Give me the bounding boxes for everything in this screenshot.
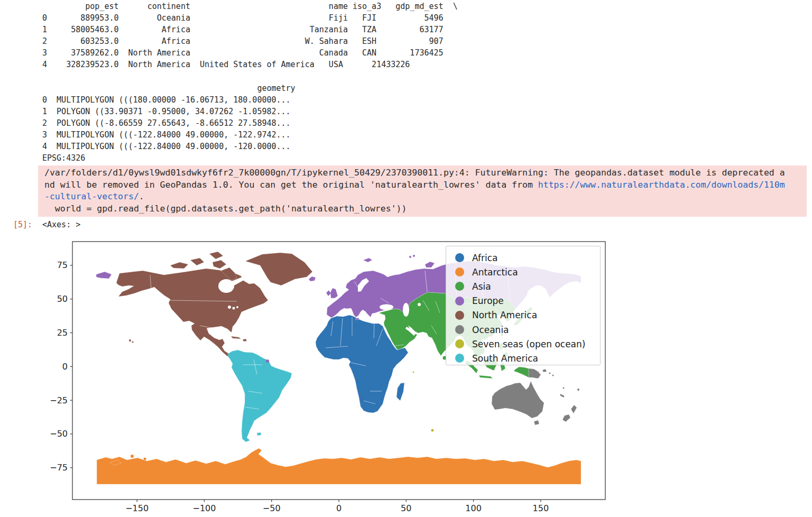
matplotlib-figure: −150−100−500501001507550250−25−50−75 Afr… xyxy=(32,233,613,517)
hawaii-2 xyxy=(132,341,134,343)
legend-item: North America xyxy=(455,308,600,322)
legend-label: Europe xyxy=(472,296,504,306)
kerguelen xyxy=(431,429,434,432)
axes-repr-text: <Axes: > xyxy=(42,219,80,230)
legend-marker-icon xyxy=(455,253,464,262)
legend-item: Antarctica xyxy=(455,265,600,279)
aral-sea xyxy=(418,303,421,306)
naturalearth-link-continued[interactable]: -cultural-vectors/ xyxy=(44,191,139,201)
future-warning-banner: /var/folders/d1/0ywsl9wd01sdwkyf6fr2_7k0… xyxy=(38,165,807,217)
geometry-column-output: geometry 0 MULTIPOLYGON (((180.00000 -16… xyxy=(42,82,296,164)
warning-line-3: -cultural-vectors/. xyxy=(44,191,807,203)
solomon-1 xyxy=(549,373,551,374)
legend-item: Africa xyxy=(455,251,600,265)
fiji-islands xyxy=(577,389,579,391)
legend-label: Antarctica xyxy=(472,267,518,278)
legend-label: North America xyxy=(472,310,537,320)
y-tick-label: −75 xyxy=(50,463,68,473)
legend-label: Oceania xyxy=(472,325,509,335)
legend-marker-icon xyxy=(455,354,464,363)
great-lakes-1 xyxy=(228,306,231,309)
x-tick-label: 50 xyxy=(401,503,411,513)
dataframe-head-output: pop_est continent name iso_a3 gdp_md_est… xyxy=(42,1,458,70)
hawaii-1 xyxy=(129,339,131,341)
seychelles xyxy=(413,372,414,373)
legend-marker-icon xyxy=(455,297,464,306)
legend-marker-icon xyxy=(455,339,464,348)
y-tick-label: 50 xyxy=(57,294,68,304)
legend-label: Seven seas (open ocean) xyxy=(472,339,585,349)
legend-label: South America xyxy=(472,353,538,364)
french-guiana xyxy=(266,359,269,363)
y-tick-label: −50 xyxy=(50,429,68,439)
y-tick-label: −25 xyxy=(50,395,68,405)
franz-josef-1 xyxy=(409,256,411,258)
legend-marker-icon xyxy=(455,325,464,334)
vanuatu xyxy=(563,387,565,389)
y-tick-label: 75 xyxy=(57,260,68,270)
solomon-2 xyxy=(552,375,554,376)
falkland-islands xyxy=(257,432,261,436)
legend-marker-icon xyxy=(455,267,464,276)
x-tick-label: 150 xyxy=(533,503,549,513)
antarctica-island-3 xyxy=(144,458,146,460)
warning-line-2: nd will be removed in GeoPandas 1.0. You… xyxy=(44,179,807,191)
x-tick-label: 100 xyxy=(465,503,482,513)
legend-item: Asia xyxy=(455,279,600,293)
legend-marker-icon xyxy=(455,311,464,320)
legend-label: Africa xyxy=(472,253,498,263)
caspian-sea xyxy=(403,303,409,317)
great-lakes-3 xyxy=(236,306,238,308)
great-lakes-2 xyxy=(233,307,235,310)
x-tick-label: −100 xyxy=(192,503,216,513)
legend-marker-icon xyxy=(455,282,464,291)
legend-item: South America xyxy=(455,351,600,365)
warning-line-4: world = gpd.read_file(gpd.datasets.get_p… xyxy=(44,203,807,215)
franz-josef-2 xyxy=(413,255,415,257)
x-tick-label: 0 xyxy=(336,503,342,513)
warning-line-1: /var/folders/d1/0ywsl9wd01sdwkyf6fr2_7k0… xyxy=(44,167,807,179)
legend-label: Asia xyxy=(472,281,491,292)
legend-item: Seven seas (open ocean) xyxy=(455,337,600,351)
out-prompt: [5]: xyxy=(13,219,32,230)
legend-item: Europe xyxy=(455,294,600,308)
x-tick-label: −50 xyxy=(263,503,281,513)
y-tick-label: 0 xyxy=(62,362,68,372)
map-legend: AfricaAntarcticaAsiaEuropeNorth AmericaO… xyxy=(446,246,601,365)
black-sea xyxy=(380,304,393,310)
antarctica-island-2 xyxy=(131,455,134,458)
tasmania xyxy=(534,420,539,425)
x-tick-label: −150 xyxy=(125,503,149,513)
naturalearth-link[interactable]: https://www.naturalearthdata.com/downloa… xyxy=(538,180,785,190)
y-tick-label: 25 xyxy=(57,328,68,338)
legend-item: Oceania xyxy=(455,322,600,337)
